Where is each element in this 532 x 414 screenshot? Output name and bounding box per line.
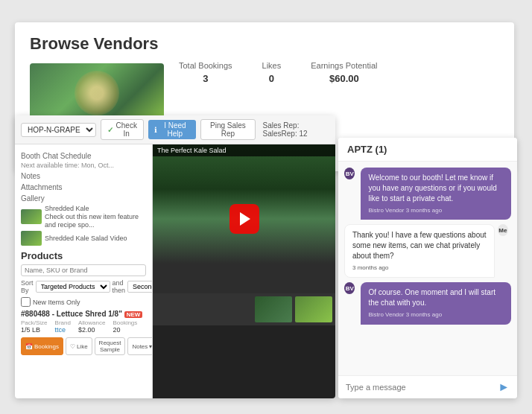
- chat-header: APTZ (1): [338, 138, 517, 162]
- chat-message-2: Thank you! I have a few questions about …: [344, 224, 495, 278]
- booth-right-panel: The Perfect Kale Salad: [153, 144, 335, 398]
- play-triangle-icon: [240, 212, 250, 226]
- schedule-time: Next available time: Mon, Oct...: [21, 162, 146, 169]
- request-sample-button[interactable]: Request Sample: [95, 337, 126, 355]
- vendor-logo-overlay: [75, 71, 119, 115]
- gallery-item-2: Shredded Kale Salad Video: [21, 231, 146, 246]
- chat-message-3: Of course. One moment and I will start t…: [361, 282, 511, 324]
- like-button[interactable]: ♡ Like: [66, 337, 92, 355]
- chat-message-row-3: BV Of course. One moment and I will star…: [344, 282, 511, 324]
- gallery-text-2: Shredded Kale Salad Video: [45, 235, 127, 243]
- bookings-icon: 📅: [25, 343, 33, 350]
- notes-label: Notes: [21, 172, 146, 180]
- attachments-label: Attachments: [21, 183, 146, 191]
- booth-topbar: HOP-N-GRAPE ✓ Check In ℹ I Need Help Pin…: [15, 115, 335, 144]
- total-bookings-label: Total Bookings: [179, 61, 232, 70]
- location-select[interactable]: HOP-N-GRAPE: [21, 123, 96, 137]
- gallery-item-1: Shredded Kale Check out this new item fe…: [21, 205, 146, 229]
- chat-message-row-2: Me Thank you! I have a few questions abo…: [344, 224, 511, 278]
- bookings-count-col: Bookings 20: [113, 319, 137, 334]
- vendor-stats-row: Total Bookings 3 Likes 0 Earnings Potent…: [179, 61, 499, 84]
- allowance-col: Allowance $2.00: [78, 319, 105, 334]
- new-items-checkbox[interactable]: New Items Only: [21, 297, 146, 307]
- heart-icon: ♡: [70, 343, 75, 350]
- chevron-down-icon: ▾: [149, 343, 152, 350]
- gallery-text-1: Shredded Kale Check out this new item fe…: [45, 205, 146, 229]
- info-icon: ℹ: [154, 126, 157, 134]
- vendor-image: [30, 63, 164, 123]
- earnings-label: Earnings Potential: [311, 61, 377, 70]
- brand-link[interactable]: ttce: [55, 326, 71, 334]
- chat-message-row-1: BV Welcome to our booth! Let me know if …: [344, 168, 511, 220]
- secondary-sort-select[interactable]: Secondary Sort Criteria: [127, 281, 153, 293]
- me-avatar-2: Me: [498, 224, 508, 236]
- notes-button[interactable]: Notes ▾: [127, 337, 153, 355]
- chat-input[interactable]: [346, 383, 498, 392]
- chat-messages: BV Welcome to our booth! Let me know if …: [338, 162, 517, 375]
- play-button[interactable]: [229, 204, 259, 234]
- new-badge: NEW: [124, 311, 143, 318]
- pack-size-col: Pack/Size 1/5 LB: [21, 319, 48, 334]
- bv-avatar-1: BV: [344, 168, 355, 179]
- check-icon: ✓: [107, 126, 113, 134]
- checkin-button[interactable]: ✓ Check In: [101, 119, 144, 140]
- chat-meta-1: Bistro Vendor 3 months ago: [368, 206, 504, 214]
- booth-left-panel: Booth Chat Schedule Next available time:…: [15, 144, 153, 398]
- help-button[interactable]: ℹ I Need Help: [148, 120, 196, 139]
- chat-input-area: ►: [338, 375, 517, 398]
- chat-message-1: Welcome to our booth! Let me know if you…: [361, 168, 511, 220]
- page-title: Browse Vendors: [30, 34, 499, 54]
- video-container: The Perfect Kale Salad: [153, 144, 335, 293]
- gallery-thumb-1: [21, 209, 42, 224]
- likes-label: Likes: [262, 61, 282, 70]
- chat-send-button[interactable]: ►: [498, 380, 510, 394]
- likes-stat: Likes 0: [262, 61, 282, 84]
- earnings-value: $60.00: [329, 73, 359, 84]
- chat-meta-2: 3 months ago: [352, 264, 487, 272]
- video-title-bar: The Perfect Kale Salad: [153, 144, 335, 156]
- ping-button[interactable]: Ping Sales Rep: [200, 119, 255, 140]
- sort-select[interactable]: Targeted Products: [36, 281, 110, 293]
- earnings-stat: Earnings Potential $60.00: [311, 61, 377, 84]
- gallery-label: Gallery: [21, 194, 146, 203]
- product-search-input[interactable]: [21, 264, 146, 276]
- total-bookings-stat: Total Bookings 3: [179, 61, 232, 84]
- chat-panel: APTZ (1) BV Welcome to our booth! Let me…: [338, 138, 517, 398]
- product-id: #880488 - Lettuce Shred 1/8" NEW: [21, 310, 146, 318]
- product-details: Pack/Size 1/5 LB Brand ttce Allowance $2…: [21, 319, 146, 334]
- schedule-label: Booth Chat Schedule: [21, 152, 146, 160]
- gallery-thumb-2: [21, 231, 42, 246]
- booth-content: Booth Chat Schedule Next available time:…: [15, 144, 335, 398]
- sort-row: Sort By Targeted Products and then Secon…: [21, 279, 146, 294]
- video-thumb-2[interactable]: [295, 296, 332, 322]
- likes-value: 0: [269, 73, 274, 84]
- product-action-buttons: 📅 Bookings ♡ Like Request Sample Notes ▾: [21, 337, 146, 355]
- video-thumb-1[interactable]: [255, 296, 292, 322]
- total-bookings-value: 3: [203, 73, 208, 84]
- video-thumbnails: [153, 293, 335, 325]
- brand-col: Brand ttce: [55, 319, 71, 334]
- chat-meta-3: Bistro Vendor 3 months ago: [368, 310, 504, 319]
- bookings-button[interactable]: 📅 Bookings: [21, 337, 63, 355]
- bv-avatar-3: BV: [344, 282, 355, 294]
- new-items-check[interactable]: [21, 297, 31, 307]
- products-label: Products: [21, 250, 146, 261]
- sales-rep-text: Sales Rep: SalesRep: 12: [263, 121, 329, 138]
- booth-panel: HOP-N-GRAPE ✓ Check In ℹ I Need Help Pin…: [15, 115, 335, 398]
